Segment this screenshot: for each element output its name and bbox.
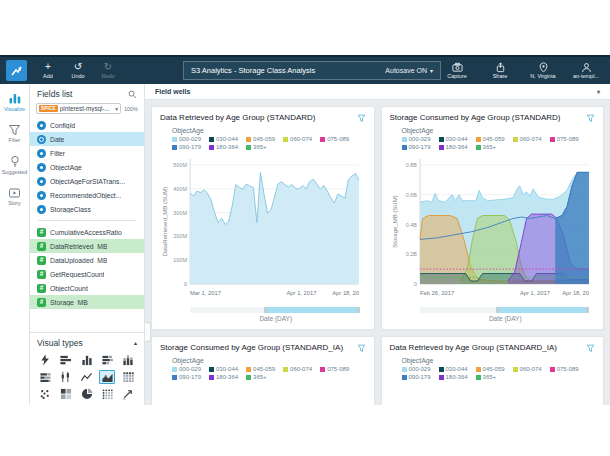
svg-text:Mar 1, 2017: Mar 1, 2017 [190, 290, 221, 296]
undo-button[interactable]: ↺ Undo [65, 62, 91, 79]
legend-item[interactable]: 030-044 [439, 366, 468, 372]
field-item[interactable]: ConfigId [30, 118, 144, 132]
legend-item[interactable]: 045-059 [476, 136, 505, 142]
date-range-slider-fill[interactable] [265, 307, 359, 313]
redo-button[interactable]: ↻ Redo [95, 62, 121, 79]
field-item[interactable]: ObjectAge [30, 160, 144, 174]
date-range-slider-fill[interactable] [497, 307, 588, 313]
field-item[interactable]: StorageClass [30, 202, 144, 216]
bar-vertical-icon[interactable] [79, 353, 95, 367]
legend-item[interactable]: 060-074 [513, 366, 542, 372]
visual-types-header[interactable]: Visual types ▴ [37, 338, 137, 348]
legend-item[interactable]: 000-029 [402, 366, 431, 372]
pivot-table-icon[interactable] [99, 387, 115, 401]
user-menu[interactable]: an-templ... [573, 62, 599, 79]
legend-item[interactable]: 365+ [246, 144, 267, 150]
scatter-plot-icon[interactable] [37, 387, 53, 401]
field-item[interactable]: #ObjectCount [30, 281, 144, 295]
legend-item[interactable]: 180-364 [209, 374, 238, 380]
add-button[interactable]: + Add [35, 62, 61, 79]
dataset-selector[interactable]: SPICE pinterest-mysql-... ▾ [36, 103, 121, 114]
field-item[interactable]: #DataRetrieved_MB [30, 239, 144, 253]
autosave-toggle[interactable]: Autosave ON ▾ [385, 67, 433, 74]
legend-item[interactable]: 180-364 [439, 144, 468, 150]
bar-horizontal-100-icon[interactable] [37, 370, 53, 384]
legend-item[interactable]: 090-179 [172, 374, 201, 380]
field-item[interactable]: #Storage_MB [30, 295, 144, 309]
rail-item-story[interactable]: Story [0, 187, 29, 206]
legend-item[interactable]: 000-029 [172, 366, 201, 372]
legend-item[interactable]: 045-059 [246, 136, 275, 142]
insights-icon[interactable] [120, 387, 136, 401]
region-selector[interactable]: N. Virginia [530, 62, 556, 79]
field-wells-bar[interactable]: Field wells ▾ [145, 84, 610, 100]
visual-card-storage-consumed-standard[interactable]: Storage Consumed by Age Group (STANDARD)… [381, 106, 605, 330]
visual-card-storage-consumed-standard-ia[interactable]: Storage Consumed by Age Group (STANDARD_… [151, 336, 375, 405]
legend-item[interactable]: 090-179 [402, 144, 431, 150]
legend-item[interactable]: 000-029 [402, 136, 431, 142]
field-item[interactable]: #CumulativeAccessRatio [30, 225, 144, 239]
legend-item[interactable]: 075-089 [320, 366, 349, 372]
legend-item[interactable]: 365+ [476, 374, 497, 380]
chart-plot[interactable]: 0100M200M300M400M500MMar 1, 2017Apr 1, 2… [160, 152, 364, 298]
lightbulb-icon [9, 155, 21, 168]
share-button[interactable]: Share [487, 62, 513, 79]
legend-item[interactable]: 060-074 [283, 136, 312, 142]
bar-vertical-stacked-icon[interactable] [120, 353, 136, 367]
panel-collapse-handle[interactable] [145, 322, 151, 342]
legend-item[interactable]: 090-179 [402, 374, 431, 380]
filter-icon[interactable] [586, 344, 595, 353]
heat-map-icon[interactable] [58, 387, 74, 401]
area-chart-icon[interactable] [99, 370, 115, 384]
visual-card-data-retrieved-standard-ia[interactable]: Data Retrieved by Age Group (STANDARD_IA… [381, 336, 605, 405]
legend-item[interactable]: 365+ [246, 374, 267, 380]
field-item[interactable]: RecommendedObject... [30, 188, 144, 202]
svg-text:100M: 100M [173, 257, 187, 263]
table-icon[interactable] [120, 370, 136, 384]
search-icon[interactable] [128, 90, 137, 99]
legend-swatch [476, 137, 481, 142]
filter-icon[interactable] [586, 114, 595, 123]
line-chart-icon[interactable] [79, 370, 95, 384]
legend-item[interactable]: 090-179 [172, 144, 201, 150]
bar-horizontal-icon[interactable] [58, 353, 74, 367]
filter-icon[interactable] [357, 114, 366, 123]
legend-item[interactable]: 180-364 [209, 144, 238, 150]
legend-item[interactable]: 045-059 [246, 366, 275, 372]
box-whisker-icon[interactable] [58, 370, 74, 384]
rail-item-filter[interactable]: Filter [0, 124, 29, 143]
legend-item[interactable]: 075-089 [550, 136, 579, 142]
quicksight-logo[interactable] [6, 60, 27, 81]
legend-item[interactable]: 000-029 [172, 136, 201, 142]
pie-chart-icon[interactable] [79, 387, 95, 401]
analysis-title-box[interactable]: S3 Analytics - Storage Class Analysis Au… [183, 61, 441, 80]
legend-item[interactable]: 075-089 [550, 366, 579, 372]
rail-item-suggested[interactable]: Suggested [0, 155, 29, 175]
legend-item[interactable]: 030-044 [209, 366, 238, 372]
field-item[interactable]: Date [30, 132, 144, 146]
date-range-slider[interactable] [190, 307, 360, 313]
date-range-slider[interactable] [420, 307, 590, 313]
legend-item[interactable]: 030-044 [439, 136, 468, 142]
field-item[interactable]: #GetRequestCount [30, 267, 144, 281]
legend-item[interactable]: 060-074 [283, 366, 312, 372]
legend-item[interactable]: 365+ [476, 144, 497, 150]
chart-plot[interactable]: 00.2B0.4B0.6B0.8BFeb 26, 2017Apr 1, 2017… [390, 152, 594, 298]
legend-item[interactable]: 060-074 [513, 136, 542, 142]
legend-item[interactable]: 180-364 [439, 374, 468, 380]
legend-item[interactable]: 075-089 [320, 136, 349, 142]
field-item[interactable]: ObjectAgeForSIATrans... [30, 174, 144, 188]
legend-item[interactable]: 030-044 [209, 136, 238, 142]
rail-item-visualize[interactable]: Visualize [0, 92, 29, 112]
filter-icon[interactable] [357, 344, 366, 353]
auto-graph-icon[interactable] [37, 353, 53, 367]
legend-label: 030-044 [446, 366, 468, 372]
measure-field-icon: # [37, 298, 46, 307]
capture-button[interactable]: Capture [444, 62, 470, 79]
visual-card-data-retrieved-standard[interactable]: Data Retrieved by Age Group (STANDARD) O… [151, 106, 375, 330]
legend-item[interactable]: 045-059 [476, 366, 505, 372]
field-item[interactable]: #DataUploaded_MB [30, 253, 144, 267]
bar-horizontal-stacked-icon[interactable] [99, 353, 115, 367]
field-item[interactable]: Filter [30, 146, 144, 160]
legend-items: 000-029030-044045-059060-074075-089090-1… [402, 136, 587, 150]
